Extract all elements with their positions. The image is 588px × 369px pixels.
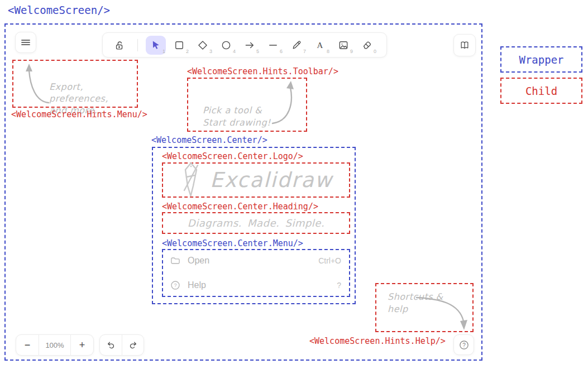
text-icon: A bbox=[314, 40, 326, 51]
svg-text:A: A bbox=[317, 40, 323, 49]
hints-menu-label: <WelcomeScreen.Hints.Menu/> bbox=[11, 109, 147, 119]
tool-line[interactable]: 6 bbox=[263, 36, 283, 55]
diamond-icon bbox=[197, 40, 208, 51]
lock-open-icon bbox=[114, 40, 125, 51]
ellipse-icon bbox=[221, 40, 232, 51]
center-menu-item-help[interactable]: ? Help ? bbox=[170, 279, 341, 292]
root-component-label: <WelcomeScreen/> bbox=[8, 4, 110, 16]
excalidraw-logo: Excalidraw bbox=[180, 160, 333, 199]
legend-child-label: Child bbox=[525, 85, 557, 97]
tool-rectangle[interactable]: 2 bbox=[169, 36, 189, 55]
menu-item-shortcut: ? bbox=[337, 281, 341, 290]
tool-ellipse[interactable]: 4 bbox=[216, 36, 236, 55]
excalidraw-logo-icon bbox=[180, 160, 202, 199]
book-icon bbox=[459, 40, 470, 51]
svg-text:?: ? bbox=[462, 342, 466, 348]
tool-arrow[interactable]: 5 bbox=[240, 36, 260, 55]
center-menu-item-open[interactable]: Open Ctrl+O bbox=[170, 254, 341, 267]
tool-number: 0 bbox=[374, 49, 376, 54]
zoom-level[interactable]: 100% bbox=[39, 335, 70, 355]
hints-toolbar-label: <WelcomeScreen.Hints.Toolbar/> bbox=[187, 66, 338, 76]
library-button[interactable] bbox=[453, 34, 476, 56]
tool-number: 7 bbox=[303, 49, 306, 54]
tool-number: 2 bbox=[186, 49, 189, 54]
zoom-controls: − 100% + bbox=[16, 334, 94, 356]
pencil-icon bbox=[291, 40, 302, 51]
tool-number: 4 bbox=[233, 49, 236, 54]
tool-number: 9 bbox=[350, 49, 353, 54]
legend-wrapper: Wrapper bbox=[500, 46, 582, 73]
eraser-icon bbox=[361, 40, 372, 51]
menu-item-label: Open bbox=[188, 256, 209, 266]
tool-number: 1 bbox=[162, 49, 165, 54]
tool-text[interactable]: A 8 bbox=[310, 36, 330, 55]
lock-tool-button[interactable] bbox=[109, 36, 130, 55]
tool-eraser[interactable]: 0 bbox=[357, 36, 377, 55]
center-heading-text: Diagrams. Made. Simple. bbox=[188, 217, 324, 229]
folder-icon bbox=[170, 255, 181, 266]
help-button[interactable]: ? bbox=[453, 334, 474, 355]
tool-number: 8 bbox=[327, 49, 329, 54]
zoom-in-button[interactable]: + bbox=[71, 335, 93, 355]
welcome-screen-annotated-screenshot: <WelcomeScreen/> 1 bbox=[0, 0, 588, 369]
redo-icon bbox=[128, 340, 138, 350]
line-icon bbox=[267, 40, 279, 51]
history-controls bbox=[99, 334, 144, 356]
rectangle-icon bbox=[174, 40, 185, 51]
hamburger-icon bbox=[21, 37, 31, 47]
hints-help-outline: Shortcuts & help bbox=[375, 283, 474, 332]
menu-item-label: Help bbox=[188, 280, 206, 290]
toolbar-divider bbox=[137, 39, 138, 51]
undo-button[interactable] bbox=[100, 335, 122, 355]
tool-image[interactable]: 9 bbox=[333, 36, 353, 55]
legend-wrapper-label: Wrapper bbox=[519, 54, 563, 66]
center-menu-outline: Open Ctrl+O ? Help ? bbox=[162, 249, 350, 297]
tool-number: 6 bbox=[280, 49, 283, 54]
help-circle-icon: ? bbox=[170, 280, 181, 291]
center-heading-outline: Diagrams. Made. Simple. bbox=[162, 212, 350, 234]
zoom-out-button[interactable]: − bbox=[16, 335, 39, 355]
center-menu-label: <WelcomeScreen.Center.Menu/> bbox=[162, 238, 303, 248]
arrow-icon bbox=[244, 40, 255, 51]
selection-cursor-icon bbox=[151, 40, 161, 50]
legend-child: Child bbox=[500, 78, 582, 104]
main-menu-button[interactable] bbox=[15, 32, 36, 53]
tool-diamond[interactable]: 3 bbox=[193, 36, 213, 55]
toolbar: 1 2 3 4 5 bbox=[102, 32, 387, 57]
image-icon bbox=[338, 40, 349, 51]
center-logo-outline: Excalidraw bbox=[162, 162, 350, 198]
tool-number: 5 bbox=[256, 49, 259, 54]
menu-item-shortcut: Ctrl+O bbox=[318, 256, 341, 265]
svg-text:?: ? bbox=[174, 282, 176, 288]
hints-menu-outline: Export, preferences, and more... bbox=[12, 60, 138, 108]
excalidraw-logo-text: Excalidraw bbox=[210, 168, 333, 192]
hints-toolbar-outline: Pick a tool & Start drawing! bbox=[187, 78, 307, 132]
center-heading-label: <WelcomeScreen.Center.Heading/> bbox=[162, 202, 318, 212]
center-label: <WelcomeScreen.Center/> bbox=[151, 135, 267, 145]
hint-toolbar-text: Pick a tool & Start drawing! bbox=[203, 104, 271, 129]
tool-selection[interactable]: 1 bbox=[146, 36, 166, 55]
tool-draw[interactable]: 7 bbox=[286, 36, 307, 55]
undo-icon bbox=[106, 340, 116, 350]
hint-help-arrow bbox=[414, 292, 470, 333]
question-circle-icon: ? bbox=[458, 339, 470, 351]
redo-button[interactable] bbox=[122, 335, 144, 355]
hints-help-label: <WelcomeScreen.Hints.Help/> bbox=[309, 336, 446, 346]
tool-number: 3 bbox=[209, 49, 212, 54]
